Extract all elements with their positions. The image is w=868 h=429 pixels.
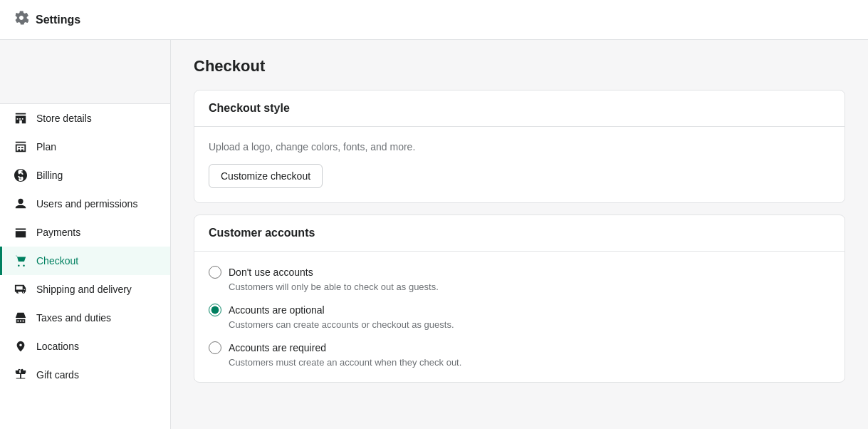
settings-title: Settings <box>36 14 80 26</box>
store-icon <box>14 111 28 125</box>
radio-optional-accounts[interactable] <box>209 304 221 316</box>
radio-label-optional-accounts[interactable]: Accounts are optional <box>209 304 830 316</box>
sidebar-item-gift-cards[interactable]: Gift cards <box>0 361 170 389</box>
shipping-icon <box>14 282 28 296</box>
checkout-style-header: Checkout style <box>194 91 845 127</box>
sidebar-item-taxes[interactable]: Taxes and duties <box>0 304 170 332</box>
sidebar-label-users: Users and permissions <box>36 198 137 210</box>
gear-icon <box>14 11 28 29</box>
locations-icon <box>14 339 28 353</box>
sidebar-label-checkout: Checkout <box>36 255 78 267</box>
sidebar-label-shipping: Shipping and delivery <box>36 284 132 295</box>
radio-label-required-accounts[interactable]: Accounts are required <box>209 341 830 354</box>
radio-option-optional-accounts: Accounts are optional Customers can crea… <box>209 304 830 330</box>
sidebar-item-store-details[interactable]: Store details <box>0 104 170 133</box>
sidebar-label-store-details: Store details <box>36 113 92 124</box>
user-icon <box>14 197 28 211</box>
radio-desc-no-accounts: Customers will only be able to check out… <box>229 281 830 292</box>
billing-icon <box>14 168 28 182</box>
sidebar-label-payments: Payments <box>36 227 80 238</box>
customize-checkout-button[interactable]: Customize checkout <box>209 164 323 188</box>
radio-desc-optional-accounts: Customers can create accounts or checkou… <box>229 319 830 330</box>
customer-accounts-body: Don't use accounts Customers will only b… <box>194 252 845 382</box>
checkout-style-body: Upload a logo, change colors, fonts, and… <box>194 127 845 202</box>
page-title: Checkout <box>194 57 845 76</box>
radio-title-required-accounts: Accounts are required <box>229 342 326 353</box>
gift-icon <box>14 368 28 382</box>
radio-label-no-accounts[interactable]: Don't use accounts <box>209 266 830 279</box>
payments-icon <box>14 225 28 239</box>
customer-accounts-title: Customer accounts <box>209 227 315 239</box>
top-bar: Settings <box>0 0 868 40</box>
taxes-icon <box>14 311 28 325</box>
sidebar-item-checkout[interactable]: Checkout <box>0 247 170 275</box>
sidebar-label-billing: Billing <box>36 170 63 181</box>
checkout-icon <box>14 254 28 268</box>
sidebar-item-plan[interactable]: Plan <box>0 133 170 161</box>
radio-title-no-accounts: Don't use accounts <box>229 267 313 278</box>
sidebar-label-taxes: Taxes and duties <box>36 312 111 324</box>
sidebar-label-gift-cards: Gift cards <box>36 369 79 381</box>
radio-option-no-accounts: Don't use accounts Customers will only b… <box>209 266 830 292</box>
sidebar-item-payments[interactable]: Payments <box>0 218 170 247</box>
plan-icon <box>14 140 28 154</box>
customer-accounts-card: Customer accounts Don't use accounts Cus… <box>194 214 845 383</box>
checkout-style-card: Checkout style Upload a logo, change col… <box>194 90 845 203</box>
radio-no-accounts[interactable] <box>209 266 221 279</box>
radio-desc-required-accounts: Customers must create an account when th… <box>229 357 830 368</box>
main-content: Checkout Checkout style Upload a logo, c… <box>171 40 868 429</box>
sidebar-item-shipping[interactable]: Shipping and delivery <box>0 275 170 304</box>
sidebar: Store details Plan Billing <box>0 40 171 429</box>
sidebar-item-billing[interactable]: Billing <box>0 161 170 190</box>
radio-required-accounts[interactable] <box>209 341 221 354</box>
sidebar-item-users-permissions[interactable]: Users and permissions <box>0 190 170 218</box>
radio-option-required-accounts: Accounts are required Customers must cre… <box>209 341 830 368</box>
radio-title-optional-accounts: Accounts are optional <box>229 304 325 316</box>
sidebar-item-locations[interactable]: Locations <box>0 332 170 361</box>
sidebar-label-plan: Plan <box>36 141 56 153</box>
customer-accounts-header: Customer accounts <box>194 215 845 252</box>
checkout-style-description: Upload a logo, change colors, fonts, and… <box>209 141 830 153</box>
checkout-style-title: Checkout style <box>209 102 290 114</box>
sidebar-logo-area <box>0 40 170 104</box>
sidebar-label-locations: Locations <box>36 341 79 352</box>
